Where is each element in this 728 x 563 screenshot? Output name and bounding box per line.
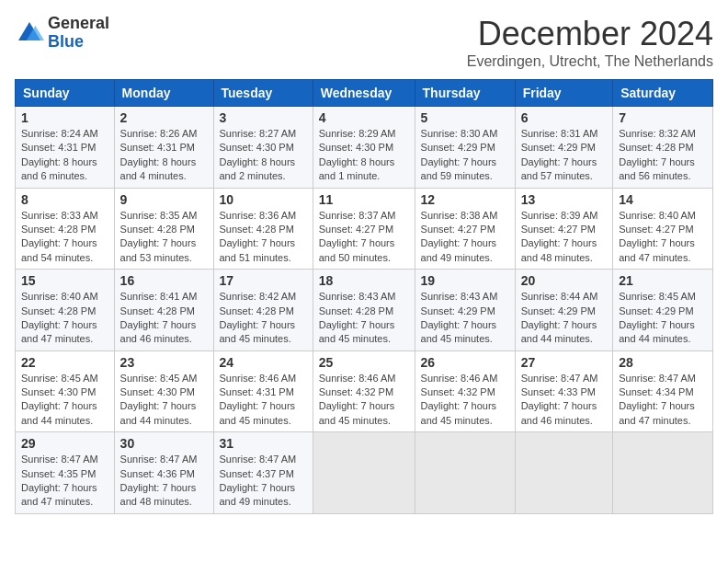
day-info: Sunrise: 8:45 AM Sunset: 4:30 PM Dayligh…: [21, 372, 108, 429]
day-number: 2: [120, 110, 208, 125]
calendar-cell: 28Sunrise: 8:47 AM Sunset: 4:34 PM Dayli…: [613, 350, 713, 432]
day-info: Sunrise: 8:46 AM Sunset: 4:32 PM Dayligh…: [421, 372, 509, 429]
calendar-cell: 7Sunrise: 8:32 AM Sunset: 4:28 PM Daylig…: [613, 107, 713, 189]
column-header-saturday: Saturday: [613, 80, 713, 107]
day-info: Sunrise: 8:33 AM Sunset: 4:28 PM Dayligh…: [21, 209, 108, 266]
calendar-cell: 14Sunrise: 8:40 AM Sunset: 4:27 PM Dayli…: [613, 188, 713, 270]
day-info: Sunrise: 8:40 AM Sunset: 4:27 PM Dayligh…: [619, 209, 707, 266]
day-number: 19: [421, 273, 509, 288]
calendar-week-2: 8Sunrise: 8:33 AM Sunset: 4:28 PM Daylig…: [16, 188, 713, 270]
day-number: 1: [21, 110, 108, 125]
day-number: 27: [521, 355, 608, 370]
calendar-body: 1Sunrise: 8:24 AM Sunset: 4:31 PM Daylig…: [16, 107, 713, 514]
calendar-cell: 3Sunrise: 8:27 AM Sunset: 4:30 PM Daylig…: [213, 107, 313, 189]
day-number: 17: [220, 273, 307, 288]
day-info: Sunrise: 8:47 AM Sunset: 4:35 PM Dayligh…: [21, 453, 108, 510]
day-info: Sunrise: 8:46 AM Sunset: 4:31 PM Dayligh…: [220, 372, 307, 429]
calendar-week-5: 29Sunrise: 8:47 AM Sunset: 4:35 PM Dayli…: [16, 432, 713, 514]
day-number: 11: [319, 192, 409, 207]
calendar-cell: 6Sunrise: 8:31 AM Sunset: 4:29 PM Daylig…: [515, 107, 613, 189]
day-number: 28: [619, 355, 707, 370]
calendar-cell: 24Sunrise: 8:46 AM Sunset: 4:31 PM Dayli…: [213, 350, 313, 432]
calendar-cell: [415, 432, 515, 514]
day-number: 24: [220, 355, 307, 370]
day-info: Sunrise: 8:27 AM Sunset: 4:30 PM Dayligh…: [220, 127, 307, 184]
calendar-cell: 16Sunrise: 8:41 AM Sunset: 4:28 PM Dayli…: [114, 270, 213, 351]
calendar-cell: 29Sunrise: 8:47 AM Sunset: 4:35 PM Dayli…: [16, 432, 115, 514]
calendar-cell: [313, 432, 415, 514]
calendar-table: SundayMondayTuesdayWednesdayThursdayFrid…: [15, 79, 713, 514]
day-number: 22: [21, 355, 108, 370]
logo-blue: Blue: [48, 33, 109, 52]
day-info: Sunrise: 8:38 AM Sunset: 4:27 PM Dayligh…: [421, 209, 509, 266]
location-subtitle: Everdingen, Utrecht, The Netherlands: [467, 53, 713, 70]
calendar-cell: [613, 432, 713, 514]
calendar-cell: 2Sunrise: 8:26 AM Sunset: 4:31 PM Daylig…: [114, 107, 213, 189]
day-number: 13: [521, 192, 608, 207]
day-info: Sunrise: 8:39 AM Sunset: 4:27 PM Dayligh…: [521, 209, 608, 266]
month-title: December 2024: [467, 15, 713, 53]
day-number: 3: [220, 110, 307, 125]
title-block: December 2024 Everdingen, Utrecht, The N…: [467, 15, 713, 70]
column-header-tuesday: Tuesday: [213, 80, 313, 107]
calendar-cell: 13Sunrise: 8:39 AM Sunset: 4:27 PM Dayli…: [515, 188, 613, 270]
day-info: Sunrise: 8:43 AM Sunset: 4:29 PM Dayligh…: [421, 290, 509, 347]
day-number: 6: [521, 110, 608, 125]
day-info: Sunrise: 8:47 AM Sunset: 4:33 PM Dayligh…: [521, 372, 608, 429]
day-info: Sunrise: 8:37 AM Sunset: 4:27 PM Dayligh…: [319, 209, 409, 266]
day-info: Sunrise: 8:47 AM Sunset: 4:34 PM Dayligh…: [619, 372, 707, 429]
calendar-cell: 9Sunrise: 8:35 AM Sunset: 4:28 PM Daylig…: [114, 188, 213, 270]
column-header-sunday: Sunday: [16, 80, 115, 107]
calendar-cell: 23Sunrise: 8:45 AM Sunset: 4:30 PM Dayli…: [114, 350, 213, 432]
day-info: Sunrise: 8:42 AM Sunset: 4:28 PM Dayligh…: [220, 290, 307, 347]
calendar-cell: 10Sunrise: 8:36 AM Sunset: 4:28 PM Dayli…: [213, 188, 313, 270]
day-info: Sunrise: 8:35 AM Sunset: 4:28 PM Dayligh…: [120, 209, 208, 266]
calendar-cell: 25Sunrise: 8:46 AM Sunset: 4:32 PM Dayli…: [313, 350, 415, 432]
column-header-friday: Friday: [515, 80, 613, 107]
day-number: 15: [21, 273, 108, 288]
column-header-monday: Monday: [114, 80, 213, 107]
calendar-cell: 4Sunrise: 8:29 AM Sunset: 4:30 PM Daylig…: [313, 107, 415, 189]
day-info: Sunrise: 8:41 AM Sunset: 4:28 PM Dayligh…: [120, 290, 208, 347]
day-info: Sunrise: 8:47 AM Sunset: 4:36 PM Dayligh…: [120, 453, 208, 510]
day-number: 7: [619, 110, 707, 125]
day-number: 21: [619, 273, 707, 288]
calendar-week-1: 1Sunrise: 8:24 AM Sunset: 4:31 PM Daylig…: [16, 107, 713, 189]
logo-text: General Blue: [48, 15, 109, 52]
calendar-cell: 30Sunrise: 8:47 AM Sunset: 4:36 PM Dayli…: [114, 432, 213, 514]
day-number: 9: [120, 192, 208, 207]
calendar-cell: 8Sunrise: 8:33 AM Sunset: 4:28 PM Daylig…: [16, 188, 115, 270]
day-number: 23: [120, 355, 208, 370]
calendar-cell: 11Sunrise: 8:37 AM Sunset: 4:27 PM Dayli…: [313, 188, 415, 270]
logo-general: General: [48, 15, 109, 33]
day-number: 4: [319, 110, 409, 125]
day-info: Sunrise: 8:47 AM Sunset: 4:37 PM Dayligh…: [220, 453, 307, 510]
calendar-cell: 5Sunrise: 8:30 AM Sunset: 4:29 PM Daylig…: [415, 107, 515, 189]
day-number: 26: [421, 355, 509, 370]
calendar-cell: 18Sunrise: 8:43 AM Sunset: 4:28 PM Dayli…: [313, 270, 415, 351]
day-number: 20: [521, 273, 608, 288]
day-info: Sunrise: 8:29 AM Sunset: 4:30 PM Dayligh…: [319, 127, 409, 184]
logo-icon: [15, 18, 44, 48]
day-info: Sunrise: 8:36 AM Sunset: 4:28 PM Dayligh…: [220, 209, 307, 266]
column-header-wednesday: Wednesday: [313, 80, 415, 107]
day-number: 10: [220, 192, 307, 207]
calendar-week-4: 22Sunrise: 8:45 AM Sunset: 4:30 PM Dayli…: [16, 350, 713, 432]
day-info: Sunrise: 8:24 AM Sunset: 4:31 PM Dayligh…: [21, 127, 108, 184]
day-number: 30: [120, 436, 208, 451]
day-info: Sunrise: 8:40 AM Sunset: 4:28 PM Dayligh…: [21, 290, 108, 347]
day-info: Sunrise: 8:30 AM Sunset: 4:29 PM Dayligh…: [421, 127, 509, 184]
calendar-cell: 22Sunrise: 8:45 AM Sunset: 4:30 PM Dayli…: [16, 350, 115, 432]
day-info: Sunrise: 8:45 AM Sunset: 4:29 PM Dayligh…: [619, 290, 707, 347]
day-info: Sunrise: 8:43 AM Sunset: 4:28 PM Dayligh…: [319, 290, 409, 347]
day-info: Sunrise: 8:26 AM Sunset: 4:31 PM Dayligh…: [120, 127, 208, 184]
day-number: 16: [120, 273, 208, 288]
calendar-cell: 27Sunrise: 8:47 AM Sunset: 4:33 PM Dayli…: [515, 350, 613, 432]
calendar-cell: [515, 432, 613, 514]
logo: General Blue: [15, 15, 109, 52]
day-number: 31: [220, 436, 307, 451]
column-header-thursday: Thursday: [415, 80, 515, 107]
calendar-cell: 12Sunrise: 8:38 AM Sunset: 4:27 PM Dayli…: [415, 188, 515, 270]
day-info: Sunrise: 8:45 AM Sunset: 4:30 PM Dayligh…: [120, 372, 208, 429]
day-number: 25: [319, 355, 409, 370]
